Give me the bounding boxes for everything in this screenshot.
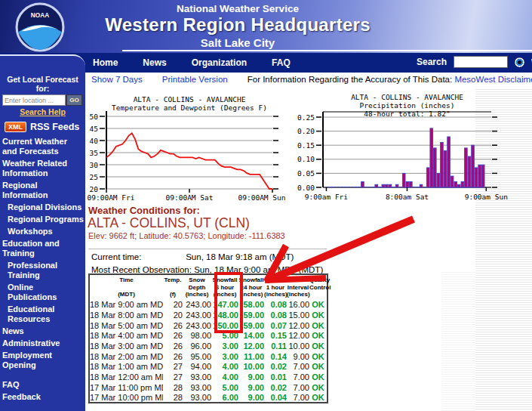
- table-cell: 12.00: [238, 341, 264, 351]
- table-cell: 27: [163, 362, 183, 372]
- sidebar-item-education-and-training[interactable]: Education and Training: [2, 239, 84, 258]
- table-cell: 7.00: [287, 382, 309, 393]
- sidebar-item-current-weather-and-forecasts[interactable]: Current Weather and Forecasts: [2, 137, 84, 156]
- noaa-logo-icon: NOAA: [15, 2, 65, 52]
- table-cell: 18 Mar 8:00 am MDT: [89, 310, 163, 320]
- svg-text:0.25: 0.25: [297, 113, 315, 122]
- nav-item-news[interactable]: News: [143, 57, 166, 68]
- svg-text:NOAA: NOAA: [31, 12, 49, 19]
- table-cell: 12.00: [287, 331, 309, 341]
- svg-text:20: 20: [90, 185, 99, 193]
- go-button[interactable]: GO: [66, 94, 82, 106]
- table-cell: OK: [309, 331, 328, 341]
- rss-feeds-link[interactable]: RSS Feeds: [30, 122, 79, 132]
- table-cell: 0.08: [264, 300, 287, 311]
- table-cell: 18 Mar 5:00 am MDT: [89, 320, 163, 331]
- svg-text:40: 40: [90, 137, 99, 145]
- table-column-header: Interval(inches): [287, 274, 309, 300]
- table-cell: 26: [163, 331, 183, 341]
- search-help-link[interactable]: Search Help: [0, 107, 85, 116]
- table-cell: 93.00: [183, 393, 211, 403]
- table-cell: 9.00: [238, 372, 264, 382]
- svg-text:0.00: 0.00: [297, 184, 315, 192]
- accuracy-info-text: For Information Regarding the Accuracy o…: [248, 75, 452, 84]
- svg-text:50: 50: [90, 113, 99, 121]
- table-cell: 28: [163, 393, 183, 403]
- sidebar-item-feedback[interactable]: Feedback: [2, 392, 84, 402]
- xml-badge[interactable]: XML: [5, 122, 26, 132]
- table-cell: 18 Mar 2:00 am MDT: [89, 351, 163, 362]
- table-cell: 15.00: [287, 310, 309, 320]
- svg-text:0.05: 0.05: [297, 169, 315, 178]
- mesowest-disclaimer-link[interactable]: MesoWest Disclaimer: [454, 75, 532, 84]
- table-cell: 7.00: [287, 362, 309, 372]
- table-cell: 4.00: [211, 362, 238, 372]
- app-window: NOAA National Weather Service Western Re…: [0, 0, 532, 411]
- table-cell: 0.02: [264, 362, 287, 372]
- svg-text:0.10: 0.10: [297, 155, 315, 163]
- search-label: Search: [417, 57, 447, 67]
- station-name: ALTA - COLLINS, UT (CLN): [88, 215, 250, 231]
- sidebar-item-workshops[interactable]: Workshops: [2, 227, 84, 236]
- nav-items: HomeNewsOrganizationFAQ: [93, 57, 291, 68]
- header-divider: [122, 50, 532, 51]
- sidebar-item-administrative[interactable]: Administrative: [2, 338, 84, 348]
- sidebar-item-regional-divisions[interactable]: Regional Divisions: [2, 202, 84, 212]
- sidebar-item-educational-resources[interactable]: Educational Resources: [2, 304, 84, 324]
- sidebar-links-secondary: FAQFeedback: [2, 380, 84, 402]
- nav-item-home[interactable]: Home: [93, 57, 118, 68]
- sidebar-item-weather-related-information[interactable]: Weather Related Information: [2, 159, 84, 178]
- table-row: 17 Mar 11:00 pm MDT2893.005.009.000.027.…: [89, 382, 328, 393]
- table-row: 18 Mar 5:00 am MDT26243.00150.0059.000.0…: [89, 320, 328, 331]
- printable-version-link[interactable]: Printable Version: [162, 75, 228, 84]
- table-cell: 96.00: [183, 341, 211, 351]
- svg-text:0.15: 0.15: [297, 141, 315, 150]
- sidebar-item-regional-information[interactable]: Regional Information: [2, 181, 84, 200]
- sidebar-item-online-publications[interactable]: Online Publications: [2, 283, 84, 302]
- search-scope-radio-icon[interactable]: [515, 57, 524, 67]
- table-cell: 0.01: [264, 372, 287, 382]
- table-column-header: Temp.(f): [163, 274, 183, 300]
- table-cell: 243.00: [183, 320, 211, 331]
- precipitation-chart: ALTA - COLLINS - AVALANCHEPrecipitation …: [297, 92, 523, 206]
- location-input[interactable]: [2, 94, 66, 106]
- table-cell: 0.04: [264, 393, 287, 403]
- current-time-label: Current time:: [91, 252, 183, 261]
- sidebar-item-news[interactable]: News: [2, 326, 84, 336]
- table-cell: 26: [163, 320, 183, 331]
- table-row: 18 Mar 9:00 am MDT20243.00147.0058.000.0…: [89, 300, 328, 311]
- table-column-header: QualityControl: [309, 274, 328, 300]
- header-titles: National Weather Service Western Region …: [75, 3, 400, 49]
- sidebar-item-faq[interactable]: FAQ: [2, 380, 84, 390]
- sidebar-tab-curve: [0, 54, 85, 74]
- header-banner: NOAA National Weather Service Western Re…: [0, 0, 532, 53]
- table-cell: 9.00: [287, 351, 309, 362]
- table-cell: 17 Mar 10:00 pm MDT: [89, 393, 163, 403]
- local-forecast-label: Get Local Forecast for:: [0, 75, 85, 93]
- table-cell: 9.00: [238, 393, 264, 403]
- table-cell: 18 Mar 9:00 am MDT: [89, 300, 163, 311]
- nav-item-faq[interactable]: FAQ: [272, 57, 291, 68]
- sidebar-item-regional-programs[interactable]: Regional Programs: [2, 215, 84, 224]
- agency-title: National Weather Service: [75, 3, 400, 14]
- svg-text:9:00am Fri: 9:00am Fri: [305, 193, 348, 201]
- show-7-days-link[interactable]: Show 7 Days: [91, 75, 143, 84]
- table-row: 18 Mar 3:00 am MDT2696.003.0012.000.1110…: [89, 341, 328, 351]
- table-column-header: 1 hour(inches): [264, 274, 287, 300]
- table-cell: OK: [309, 362, 328, 372]
- table-cell: 20: [163, 310, 183, 320]
- svg-text:30: 30: [90, 161, 99, 169]
- table-cell: 7.00: [287, 372, 309, 382]
- sidebar-item-employment-opening[interactable]: Employment Opening: [2, 351, 84, 370]
- table-column-header: SnowDepth(inches): [183, 274, 211, 300]
- table-cell: OK: [309, 310, 328, 320]
- table-cell: 0.08: [264, 310, 287, 320]
- search-input[interactable]: [454, 56, 508, 68]
- background-stripes: [441, 272, 475, 411]
- table-cell: 18 Mar 12:00 am MDT: [89, 372, 163, 382]
- nav-search: Search W: [417, 56, 532, 68]
- svg-text:ALTA - COLLINS - AVALANCHE: ALTA - COLLINS - AVALANCHE: [351, 93, 463, 101]
- sidebar-item-professional-training[interactable]: Professional Training: [2, 261, 84, 280]
- nav-item-organization[interactable]: Organization: [192, 57, 247, 68]
- station-meta: Elev: 9662 ft; Latitude: 40.5763; Longit…: [88, 231, 285, 240]
